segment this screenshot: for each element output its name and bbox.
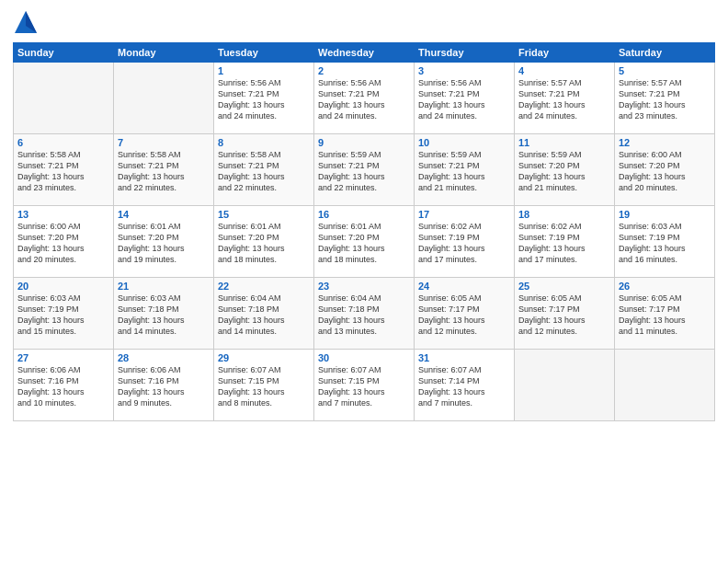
day-info: Sunrise: 5:56 AM Sunset: 7:21 PM Dayligh…: [218, 77, 310, 122]
calendar-body: 1Sunrise: 5:56 AM Sunset: 7:21 PM Daylig…: [14, 63, 715, 421]
day-info: Sunrise: 5:58 AM Sunset: 7:21 PM Dayligh…: [218, 149, 310, 194]
day-number: 22: [218, 281, 310, 292]
day-number: 31: [418, 352, 510, 363]
calendar-cell: 14Sunrise: 6:01 AM Sunset: 7:20 PM Dayli…: [114, 206, 214, 278]
day-info: Sunrise: 6:07 AM Sunset: 7:14 PM Dayligh…: [418, 364, 510, 409]
calendar-week-row: 1Sunrise: 5:56 AM Sunset: 7:21 PM Daylig…: [14, 63, 715, 134]
calendar-cell: 27Sunrise: 6:06 AM Sunset: 7:16 PM Dayli…: [14, 350, 114, 421]
day-info: Sunrise: 6:05 AM Sunset: 7:17 PM Dayligh…: [518, 293, 610, 338]
day-number: 28: [118, 352, 210, 363]
calendar-cell: 28Sunrise: 6:06 AM Sunset: 7:16 PM Dayli…: [114, 350, 214, 421]
calendar-cell: 25Sunrise: 6:05 AM Sunset: 7:17 PM Dayli…: [515, 278, 615, 350]
calendar-cell: 5Sunrise: 5:57 AM Sunset: 7:21 PM Daylig…: [615, 63, 715, 134]
calendar-week-row: 13Sunrise: 6:00 AM Sunset: 7:20 PM Dayli…: [14, 206, 715, 278]
day-info: Sunrise: 6:02 AM Sunset: 7:19 PM Dayligh…: [418, 221, 510, 266]
calendar-cell: [515, 350, 615, 421]
day-number: 4: [518, 65, 610, 76]
day-info: Sunrise: 6:03 AM Sunset: 7:19 PM Dayligh…: [17, 293, 109, 338]
weekday-row: SundayMondayTuesdayWednesdayThursdayFrid…: [14, 43, 715, 63]
day-number: 10: [418, 137, 510, 148]
calendar-cell: 24Sunrise: 6:05 AM Sunset: 7:17 PM Dayli…: [415, 278, 515, 350]
day-info: Sunrise: 5:59 AM Sunset: 7:20 PM Dayligh…: [518, 149, 610, 194]
day-info: Sunrise: 6:00 AM Sunset: 7:20 PM Dayligh…: [619, 149, 711, 194]
day-info: Sunrise: 6:07 AM Sunset: 7:15 PM Dayligh…: [218, 364, 310, 409]
calendar-cell: 4Sunrise: 5:57 AM Sunset: 7:21 PM Daylig…: [515, 63, 615, 134]
day-info: Sunrise: 5:59 AM Sunset: 7:21 PM Dayligh…: [318, 149, 410, 194]
day-number: 23: [318, 281, 410, 292]
day-number: 26: [619, 281, 711, 292]
weekday-header: Thursday: [415, 43, 515, 63]
calendar-header: SundayMondayTuesdayWednesdayThursdayFrid…: [14, 43, 715, 63]
day-info: Sunrise: 5:58 AM Sunset: 7:21 PM Dayligh…: [17, 149, 109, 194]
day-info: Sunrise: 5:59 AM Sunset: 7:21 PM Dayligh…: [418, 149, 510, 194]
day-number: 17: [418, 209, 510, 220]
day-info: Sunrise: 6:06 AM Sunset: 7:16 PM Dayligh…: [118, 364, 210, 409]
day-number: 13: [17, 209, 109, 220]
day-info: Sunrise: 5:57 AM Sunset: 7:21 PM Dayligh…: [619, 77, 711, 122]
day-number: 19: [619, 209, 711, 220]
calendar-cell: 23Sunrise: 6:04 AM Sunset: 7:18 PM Dayli…: [314, 278, 415, 350]
day-number: 29: [218, 352, 310, 363]
day-info: Sunrise: 5:57 AM Sunset: 7:21 PM Dayligh…: [518, 77, 610, 122]
calendar-cell: 8Sunrise: 5:58 AM Sunset: 7:21 PM Daylig…: [214, 134, 314, 206]
calendar-cell: 13Sunrise: 6:00 AM Sunset: 7:20 PM Dayli…: [14, 206, 114, 278]
calendar-cell: 2Sunrise: 5:56 AM Sunset: 7:21 PM Daylig…: [314, 63, 415, 134]
day-number: 21: [118, 281, 210, 292]
calendar-cell: 9Sunrise: 5:59 AM Sunset: 7:21 PM Daylig…: [314, 134, 415, 206]
calendar-page: SundayMondayTuesdayWednesdayThursdayFrid…: [0, 0, 728, 563]
day-number: 15: [218, 209, 310, 220]
day-number: 8: [218, 137, 310, 148]
calendar-cell: 6Sunrise: 5:58 AM Sunset: 7:21 PM Daylig…: [14, 134, 114, 206]
day-number: 25: [518, 281, 610, 292]
calendar-week-row: 20Sunrise: 6:03 AM Sunset: 7:19 PM Dayli…: [14, 278, 715, 350]
calendar-cell: [114, 63, 214, 134]
calendar-table: SundayMondayTuesdayWednesdayThursdayFrid…: [13, 42, 715, 421]
day-info: Sunrise: 6:05 AM Sunset: 7:17 PM Dayligh…: [418, 293, 510, 338]
day-info: Sunrise: 6:07 AM Sunset: 7:15 PM Dayligh…: [318, 364, 410, 409]
day-number: 9: [318, 137, 410, 148]
calendar-cell: 22Sunrise: 6:04 AM Sunset: 7:18 PM Dayli…: [214, 278, 314, 350]
calendar-cell: 20Sunrise: 6:03 AM Sunset: 7:19 PM Dayli…: [14, 278, 114, 350]
calendar-cell: 15Sunrise: 6:01 AM Sunset: 7:20 PM Dayli…: [214, 206, 314, 278]
calendar-cell: 26Sunrise: 6:05 AM Sunset: 7:17 PM Dayli…: [615, 278, 715, 350]
day-info: Sunrise: 6:04 AM Sunset: 7:18 PM Dayligh…: [318, 293, 410, 338]
day-info: Sunrise: 6:01 AM Sunset: 7:20 PM Dayligh…: [118, 221, 210, 266]
logo-icon: [13, 9, 39, 35]
day-number: 12: [619, 137, 711, 148]
day-info: Sunrise: 5:56 AM Sunset: 7:21 PM Dayligh…: [418, 77, 510, 122]
calendar-cell: 10Sunrise: 5:59 AM Sunset: 7:21 PM Dayli…: [415, 134, 515, 206]
day-info: Sunrise: 5:58 AM Sunset: 7:21 PM Dayligh…: [118, 149, 210, 194]
weekday-header: Wednesday: [314, 43, 415, 63]
day-info: Sunrise: 6:05 AM Sunset: 7:17 PM Dayligh…: [619, 293, 711, 338]
calendar-cell: 31Sunrise: 6:07 AM Sunset: 7:14 PM Dayli…: [415, 350, 515, 421]
day-number: 24: [418, 281, 510, 292]
calendar-week-row: 27Sunrise: 6:06 AM Sunset: 7:16 PM Dayli…: [14, 350, 715, 421]
day-number: 2: [318, 65, 410, 76]
day-number: 30: [318, 352, 410, 363]
weekday-header: Saturday: [615, 43, 715, 63]
day-number: 18: [518, 209, 610, 220]
calendar-cell: 12Sunrise: 6:00 AM Sunset: 7:20 PM Dayli…: [615, 134, 715, 206]
day-info: Sunrise: 6:01 AM Sunset: 7:20 PM Dayligh…: [318, 221, 410, 266]
day-number: 14: [118, 209, 210, 220]
weekday-header: Tuesday: [214, 43, 314, 63]
day-number: 7: [118, 137, 210, 148]
day-number: 6: [17, 137, 109, 148]
calendar-cell: 21Sunrise: 6:03 AM Sunset: 7:18 PM Dayli…: [114, 278, 214, 350]
day-info: Sunrise: 6:04 AM Sunset: 7:18 PM Dayligh…: [218, 293, 310, 338]
logo: [13, 9, 40, 35]
calendar-cell: 7Sunrise: 5:58 AM Sunset: 7:21 PM Daylig…: [114, 134, 214, 206]
day-info: Sunrise: 6:02 AM Sunset: 7:19 PM Dayligh…: [518, 221, 610, 266]
weekday-header: Monday: [114, 43, 214, 63]
calendar-cell: 29Sunrise: 6:07 AM Sunset: 7:15 PM Dayli…: [214, 350, 314, 421]
calendar-week-row: 6Sunrise: 5:58 AM Sunset: 7:21 PM Daylig…: [14, 134, 715, 206]
day-info: Sunrise: 6:03 AM Sunset: 7:18 PM Dayligh…: [118, 293, 210, 338]
weekday-header: Sunday: [14, 43, 114, 63]
day-number: 1: [218, 65, 310, 76]
header: [13, 9, 715, 35]
day-number: 16: [318, 209, 410, 220]
calendar-cell: [615, 350, 715, 421]
day-info: Sunrise: 5:56 AM Sunset: 7:21 PM Dayligh…: [318, 77, 410, 122]
day-number: 5: [619, 65, 711, 76]
weekday-header: Friday: [515, 43, 615, 63]
